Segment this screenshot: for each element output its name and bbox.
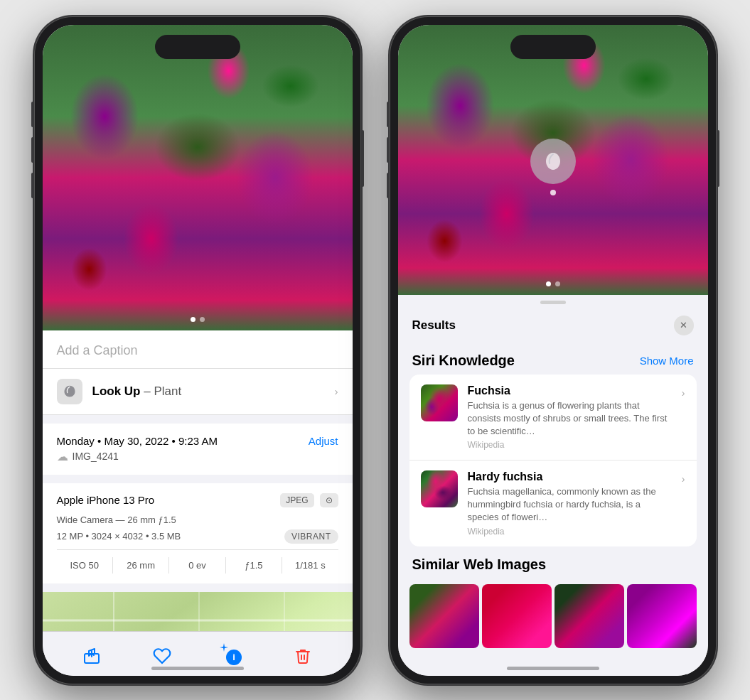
device-section: Apple iPhone 13 Pro JPEG ⊙ Wide Camera —… (43, 483, 353, 583)
share-icon (83, 647, 100, 664)
sparkle-icon (220, 643, 228, 652)
leaf-icon (63, 384, 77, 399)
exif-iso: ISO 50 (57, 557, 113, 574)
vibrant-badge: VIBRANT (284, 529, 338, 544)
photo-area-right (398, 25, 708, 295)
knowledge-item-hardy-fuchsia[interactable]: Hardy fuchsia Fuchsia magellanica, commo… (409, 461, 697, 546)
meta-section: Monday • May 30, 2022 • 9:23 AM Adjust ☁… (43, 424, 353, 475)
filename-text: IMG_4241 (73, 451, 119, 462)
siri-dot (550, 190, 556, 195)
drag-handle[interactable] (540, 301, 566, 304)
fuchsia-background (43, 25, 353, 330)
phone-container: Add a Caption Look Up – Plant › (20, 2, 731, 699)
web-image-3[interactable] (555, 584, 624, 648)
fuchsia-description: Fuchsia is a genus of flowering plants t… (468, 399, 672, 438)
info-circle: i (226, 650, 242, 665)
left-phone-inner: Add a Caption Look Up – Plant › (43, 25, 353, 676)
lookup-label: Look Up – Plant (92, 384, 182, 399)
photo-area[interactable] (43, 25, 353, 330)
photo-dot-2 (200, 317, 205, 322)
knowledge-card: Fuchsia Fuchsia is a genus of flowering … (409, 375, 697, 546)
show-more-button[interactable]: Show More (640, 355, 694, 367)
map-area[interactable] (43, 592, 353, 631)
results-panel: Results ✕ Siri Knowledge Show More (398, 295, 708, 676)
photo-dot-right-1 (546, 281, 551, 286)
exif-aperture: ƒ1.5 (226, 557, 282, 574)
siri-knowledge-header: Siri Knowledge Show More (398, 343, 708, 375)
hardy-fuchsia-thumb-image (421, 470, 458, 507)
cloud-icon: ☁ (57, 450, 68, 463)
lookup-chevron: › (335, 385, 338, 397)
meta-date: Monday • May 30, 2022 • 9:23 AM (57, 435, 218, 447)
caption-area[interactable]: Add a Caption (43, 330, 353, 369)
heart-icon (153, 647, 171, 665)
device-name: Apple iPhone 13 Pro (57, 494, 155, 506)
web-images-grid (409, 584, 697, 648)
info-panel: Add a Caption Look Up – Plant › (43, 330, 353, 631)
photo-dot-right-2 (555, 281, 560, 286)
meta-date-row: Monday • May 30, 2022 • 9:23 AM Adjust (57, 435, 338, 447)
web-image-4[interactable] (627, 584, 697, 648)
web-image-2[interactable] (482, 584, 552, 648)
right-phone: Results ✕ Siri Knowledge Show More (390, 16, 717, 684)
home-indicator (151, 667, 244, 670)
close-button[interactable]: ✕ (674, 316, 694, 335)
exif-ev: 0 ev (169, 557, 225, 574)
fuchsia-source: Wikipedia (468, 440, 672, 450)
home-indicator-right (507, 667, 599, 670)
siri-leaf-icon (542, 151, 564, 172)
hardy-fuchsia-chevron: › (682, 470, 685, 485)
notch-right (510, 35, 596, 59)
hardy-fuchsia-content: Hardy fuchsia Fuchsia magellanica, commo… (468, 470, 672, 537)
trash-icon (294, 647, 311, 664)
fuchsia-thumb-image (421, 384, 458, 421)
delete-button[interactable] (287, 640, 318, 672)
lookup-icon (57, 379, 82, 404)
specs-row: 12 MP • 3024 × 4032 • 3.5 MB VIBRANT (57, 529, 338, 544)
knowledge-item-fuchsia[interactable]: Fuchsia Fuchsia is a genus of flowering … (409, 375, 697, 461)
lens-info: Wide Camera — 26 mm ƒ1.5 (57, 515, 338, 525)
notch (155, 35, 240, 59)
close-icon: ✕ (680, 320, 687, 330)
specs-text: 12 MP • 3024 × 4032 • 3.5 MB (57, 531, 181, 542)
similar-web-images-title: Similar Web Images (412, 556, 547, 573)
fuchsia-content: Fuchsia Fuchsia is a genus of flowering … (468, 384, 672, 451)
hardy-fuchsia-thumbnail (421, 470, 458, 507)
settings-icon: ⊙ (320, 493, 338, 507)
photo-dot-1 (191, 317, 195, 322)
fuchsia-thumbnail (421, 384, 458, 421)
exif-row: ISO 50 26 mm 0 ev ƒ1.5 1/181 s (57, 549, 338, 574)
left-phone: Add a Caption Look Up – Plant › (34, 16, 361, 684)
results-header: Results ✕ (398, 306, 708, 343)
caption-placeholder[interactable]: Add a Caption (57, 343, 138, 357)
photo-dots-right (546, 281, 560, 286)
lookup-row[interactable]: Look Up – Plant › (43, 369, 353, 415)
fuchsia-chevron: › (682, 384, 685, 399)
adjust-button[interactable]: Adjust (309, 435, 338, 447)
siri-button[interactable] (530, 139, 576, 184)
photo-dots (191, 317, 205, 322)
exif-mm: 26 mm (113, 557, 169, 574)
similar-web-images-header: Similar Web Images (398, 546, 708, 578)
hardy-fuchsia-name: Hardy fuchsia (468, 470, 672, 483)
web-image-1[interactable] (409, 584, 479, 648)
siri-knowledge-title: Siri Knowledge (412, 352, 515, 369)
web-images-section (398, 584, 708, 648)
exif-shutter: 1/181 s (282, 557, 338, 574)
results-title: Results (412, 318, 456, 333)
hardy-fuchsia-source: Wikipedia (468, 527, 672, 537)
hardy-fuchsia-description: Fuchsia magellanica, commonly known as t… (468, 485, 672, 524)
format-badge: JPEG (280, 493, 314, 507)
right-phone-inner: Results ✕ Siri Knowledge Show More (398, 25, 708, 676)
share-button[interactable] (76, 640, 107, 672)
device-row: Apple iPhone 13 Pro JPEG ⊙ (57, 493, 338, 507)
fuchsia-name: Fuchsia (468, 384, 672, 397)
badges: JPEG ⊙ (280, 493, 338, 507)
map-roads-svg (43, 592, 353, 631)
meta-filename: ☁ IMG_4241 (57, 450, 338, 463)
